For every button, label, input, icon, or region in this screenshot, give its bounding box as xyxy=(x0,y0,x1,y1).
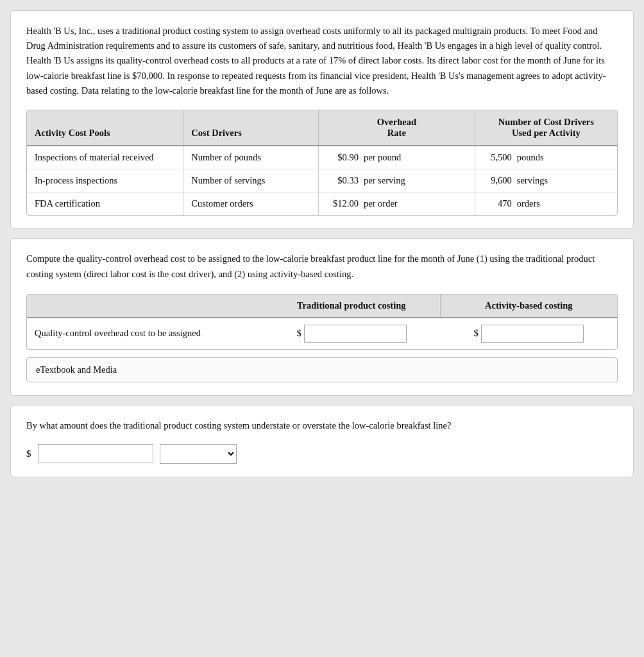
table-row: FDA certification Customer orders $12.00… xyxy=(27,192,617,215)
understate-dollar-sign: $ xyxy=(26,448,31,459)
rate-2: $0.33 per serving xyxy=(318,169,475,192)
compute-paragraph: Compute the quality-control overhead cos… xyxy=(26,252,618,282)
understate-amount-input[interactable] xyxy=(38,444,153,463)
header-driver: Cost Drivers xyxy=(183,110,319,146)
abc-dollar-wrap: $ xyxy=(448,325,609,343)
answer-traditional-header: Traditional product costing xyxy=(263,294,440,318)
abc-input-cell: $ xyxy=(440,318,617,349)
bottom-inputs-row: $ understate overstate xyxy=(26,444,618,464)
answer-row-label: Quality-control overhead cost to be assi… xyxy=(27,318,263,349)
num-2: 9,600 servings xyxy=(475,169,617,192)
rate-3: $12.00 per order xyxy=(318,192,475,215)
understate-paragraph: By what amount does the traditional prod… xyxy=(26,418,618,434)
driver-3: Customer orders xyxy=(183,192,319,215)
traditional-dollar-sign: $ xyxy=(296,328,301,339)
table-body: Inspections of material received Number … xyxy=(27,146,617,215)
traditional-input-cell: $ xyxy=(263,318,440,349)
abc-input[interactable] xyxy=(481,325,584,343)
answer-header-row: Traditional product costing Activity-bas… xyxy=(27,294,617,318)
etextbook-label: eTextbook and Media xyxy=(36,364,117,375)
activity-1: Inspections of material received xyxy=(27,146,183,169)
abc-dollar-sign: $ xyxy=(473,328,478,339)
activity-table: Activity Cost Pools Cost Drivers Overhea… xyxy=(27,110,617,215)
compute-card: Compute the quality-control overhead cos… xyxy=(10,238,634,396)
num-unit-3: orders xyxy=(517,198,540,209)
understate-select-wrap[interactable]: understate overstate xyxy=(160,444,237,464)
rate-unit-3: per order xyxy=(364,198,398,209)
answer-label-header xyxy=(27,294,263,318)
understate-select[interactable]: understate overstate xyxy=(160,444,237,464)
intro-paragraph: Health 'B Us, Inc., uses a traditional p… xyxy=(26,24,618,98)
answer-table-wrapper: Traditional product costing Activity-bas… xyxy=(26,294,618,350)
answer-abc-header: Activity-based costing xyxy=(440,294,617,318)
rate-amount-1: $0.90 xyxy=(326,152,359,163)
answer-row: Quality-control overhead cost to be assi… xyxy=(27,318,617,349)
intro-card: Health 'B Us, Inc., uses a traditional p… xyxy=(10,10,634,229)
table-row: Inspections of material received Number … xyxy=(27,146,617,169)
header-num-drivers: Number of Cost DriversUsed per Activity xyxy=(475,110,617,146)
activity-3: FDA certification xyxy=(27,192,183,215)
num-unit-1: pounds xyxy=(517,152,544,163)
activity-2: In-process inspections xyxy=(27,169,183,192)
driver-1: Number of pounds xyxy=(183,146,319,169)
table-row: In-process inspections Number of serving… xyxy=(27,169,617,192)
rate-unit-1: per pound xyxy=(364,152,401,163)
num-1: 5,500 pounds xyxy=(475,146,617,169)
rate-unit-2: per serving xyxy=(364,175,405,186)
num-value-3: 470 xyxy=(483,198,512,209)
num-value-2: 9,600 xyxy=(483,175,512,186)
driver-2: Number of servings xyxy=(183,169,319,192)
understate-card: By what amount does the traditional prod… xyxy=(10,405,634,477)
num-3: 470 orders xyxy=(475,192,617,215)
header-overhead: OverheadRate xyxy=(318,110,475,146)
etextbook-bar[interactable]: eTextbook and Media xyxy=(26,357,618,382)
data-table-wrapper: Activity Cost Pools Cost Drivers Overhea… xyxy=(26,110,618,216)
answer-table: Traditional product costing Activity-bas… xyxy=(27,294,617,349)
rate-1: $0.90 per pound xyxy=(318,146,475,169)
rate-amount-3: $12.00 xyxy=(326,198,359,209)
header-activity: Activity Cost Pools xyxy=(27,110,183,146)
traditional-dollar-wrap: $ xyxy=(271,325,432,343)
rate-amount-2: $0.33 xyxy=(326,175,359,186)
num-value-1: 5,500 xyxy=(483,152,512,163)
num-unit-2: servings xyxy=(517,175,548,186)
table-header-row: Activity Cost Pools Cost Drivers Overhea… xyxy=(27,110,617,146)
traditional-input[interactable] xyxy=(304,325,407,343)
